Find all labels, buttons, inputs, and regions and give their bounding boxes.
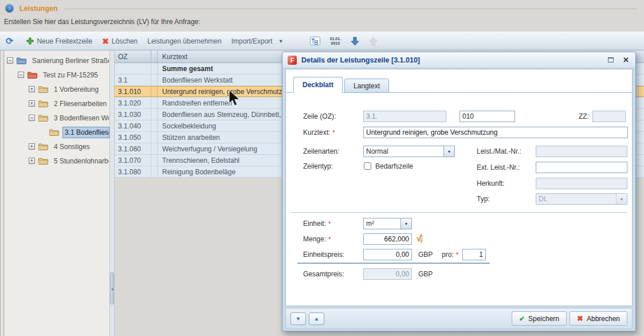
tab-langtext[interactable]: Langtext [344,79,389,93]
gesamtpreis-label: Gesamtpreis: [303,268,344,280]
einheit-value: m² [364,218,400,229]
cell-oz [115,63,151,74]
zz-label: ZZ: [579,111,589,122]
cell-flag [151,132,158,143]
collapse-icon[interactable]: − [7,57,13,64]
renumber-button[interactable] [310,37,320,45]
column-header-oz[interactable]: OZ [115,50,151,62]
tree-item[interactable]: −Test zu FM-15295 [5,68,109,82]
expand-icon[interactable]: + [29,100,35,107]
cell-oz: 3.1.040 [115,120,151,131]
adopt-services-button[interactable]: Leistungen übernehmen [147,37,221,45]
ext-leist-field[interactable] [536,162,627,173]
tree-item[interactable]: +2 Fliesenarbeiten [5,96,109,111]
leist-mat-field [536,146,627,157]
close-icon[interactable]: ✕ [623,56,629,64]
expand-icon[interactable]: + [29,143,35,150]
cell-oz: 3.1.030 [115,109,151,120]
refresh-icon[interactable]: ⟳ [6,36,13,46]
delete-x-icon: ✖ [102,37,109,46]
move-up-button [369,37,378,46]
cell-flag [151,155,158,166]
collapse-icon[interactable]: − [29,115,35,121]
zeilentyp-label: Zeilentyp: [303,161,333,172]
einheit-dropdown-icon[interactable]: ▼ [400,218,411,229]
import-export-label: Import/Export [231,37,273,45]
check-icon: ✔ [519,315,525,323]
bedarfszeile-checkbox[interactable] [364,162,371,170]
next-row-button[interactable]: ▲ [309,312,324,325]
leist-mat-label: Leist./Mat.-Nr.: [477,146,521,157]
tree-item[interactable]: −3 Bodenfliesen Wer [5,111,109,125]
delete-button[interactable]: ✖ Löschen [102,37,138,46]
oz-format-button[interactable]: 01.01. 0010 [330,37,341,45]
zeile-suffix-field[interactable] [460,111,515,122]
herkunft-label: Herkunft: [477,178,505,189]
cancel-button[interactable]: ✖ Abbrechen [570,311,627,326]
arrow-up-icon [369,37,378,46]
tree-item-label: Test zu FM-15295 [41,69,100,81]
formula-sqrt-icon[interactable]: √ xy [417,233,423,244]
einheitspreis-field[interactable] [363,249,412,260]
cell-flag [151,143,158,154]
einheit-select[interactable]: m² ▼ [363,218,412,229]
zeile-prefix-field [363,111,446,122]
tree-item[interactable]: −Sanierung Berliner Straße [5,53,109,68]
tab-deckblatt[interactable]: Deckblatt [293,77,343,93]
section-divider [290,212,627,213]
cell-flag [151,63,158,74]
plus-icon [26,37,34,45]
header-divider [65,9,637,9]
move-down-button[interactable] [351,37,359,46]
expand-icon[interactable]: + [29,86,35,92]
einheit-label: Einheit: [303,218,331,229]
folder-icon [38,114,48,122]
pro-field[interactable] [462,249,486,260]
left-edge-strip [0,50,4,336]
cell-flag [151,86,158,97]
zeilenarten-dropdown-icon[interactable]: ▼ [443,146,454,157]
collapse-icon[interactable]: − [18,72,24,78]
cancel-label: Abbrechen [587,315,620,323]
kurztext-label: Kurztext: [303,127,335,138]
folder-icon [49,128,59,136]
expand-icon[interactable]: + [29,158,35,164]
folder-icon [17,57,26,64]
app-logo-icon: F [288,56,297,65]
save-label: Speichern [528,315,559,323]
tree-splitter[interactable]: ◂ [109,50,115,336]
cell-oz: 3.1.060 [115,143,151,154]
zeilenarten-select[interactable]: Normal ▼ [363,146,455,157]
arrow-down-icon [351,37,359,46]
delete-label: Löschen [112,37,138,45]
save-button[interactable]: ✔ Speichern [512,311,567,326]
collapse-up-circle-icon[interactable]: ↑ [5,4,14,13]
page-subtitle: Erstellen Sie hier das Leistungsverzeich… [0,13,644,26]
tree-item[interactable]: +5 Stundenlohnarbei [5,154,109,168]
splitter-collapse-handle[interactable]: ◂ [110,272,114,304]
zeile-oz-label: Zeile (OZ): [303,111,336,122]
adopt-services-label: Leistungen übernehmen [147,37,221,45]
kurztext-field[interactable] [363,127,628,138]
new-freetext-button[interactable]: Neue Freitextzeile [26,37,92,45]
folder-icon [28,71,37,79]
menge-label: Menge: [303,233,331,245]
folder-icon [38,157,48,165]
import-export-button[interactable]: Import/Export ▼ [231,37,284,45]
zz-field [592,111,626,122]
cell-oz: 3.1.020 [115,97,151,108]
tree-item[interactable]: +1 Vorbereitung [5,82,109,96]
gesamtpreis-field [363,268,412,280]
previous-row-button[interactable]: ▼ [290,312,306,325]
tree-item-label: 5 Stundenlohnarbei [52,155,109,167]
column-header-flag[interactable] [151,50,158,62]
dialog-titlebar[interactable]: F Details der Leistungszeile [3.1.010] ✕ [282,52,635,68]
ext-leist-label: Ext. Leist.-Nr.: [477,162,520,173]
tree-item[interactable]: +4 Sonstiges [5,139,109,154]
tree-item[interactable]: −3.1 Bodenfliese [5,125,109,139]
maximize-icon[interactable] [608,57,614,62]
tree-item-label: 4 Sonstiges [52,141,92,153]
herkunft-field [536,178,627,189]
cancel-x-icon: ✖ [577,314,583,323]
menge-field[interactable] [363,233,412,245]
